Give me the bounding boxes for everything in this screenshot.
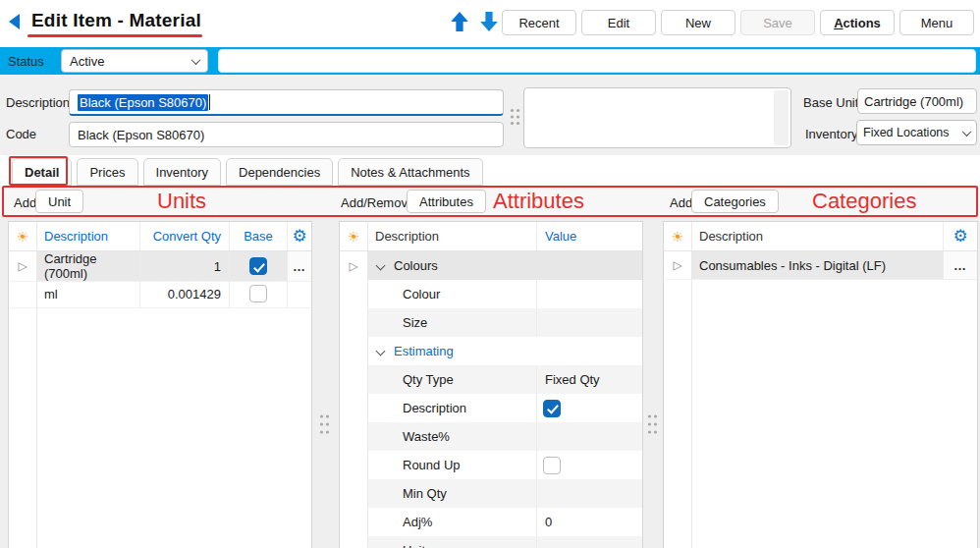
unit-convert-qty-cell: 0.001429 xyxy=(140,280,230,308)
unit-convert-qty-cell: 1 xyxy=(140,251,230,282)
tab-detail[interactable]: Detail xyxy=(12,158,72,186)
recent-button[interactable]: Recent xyxy=(502,10,576,35)
panel-drag-handle-icon[interactable] xyxy=(647,413,658,435)
edit-button[interactable]: Edit xyxy=(581,10,656,35)
add-categories-button[interactable]: Categories xyxy=(691,190,779,213)
status-bar: Status Active xyxy=(0,47,980,75)
edit-item-window: Edit Item - Material Recent Edit New Sav… xyxy=(0,0,980,548)
attribute-row[interactable]: Waste% xyxy=(340,422,642,451)
units-col-description[interactable]: Description xyxy=(36,222,140,250)
textarea-scrollbar[interactable] xyxy=(774,90,789,145)
inventory-label: Inventory xyxy=(805,127,857,141)
attribute-row[interactable]: Size xyxy=(340,308,642,337)
actions-rest: ctions xyxy=(844,16,881,30)
attribute-label: Description xyxy=(367,394,536,422)
sun-icon[interactable]: ☀ xyxy=(17,229,29,245)
attribute-label: Colour xyxy=(367,280,536,308)
group-label: Estimating xyxy=(394,344,454,358)
attribute-row[interactable]: Min Qty xyxy=(340,479,642,508)
attribute-value[interactable] xyxy=(536,479,642,508)
categories-col-description[interactable]: Description xyxy=(691,222,944,250)
back-icon[interactable] xyxy=(8,13,22,30)
attribute-group-row[interactable]: ▷ Colours xyxy=(340,251,642,280)
panel-drag-handle-icon[interactable] xyxy=(319,413,330,435)
annotation-categories-text: Categories xyxy=(812,189,916,214)
attributes-col-description[interactable]: Description xyxy=(367,222,536,250)
attribute-row[interactable]: Unit xyxy=(340,536,642,548)
base-unit-value: Cartridge (700ml) xyxy=(864,94,963,109)
attribute-row[interactable]: Qty Type Fixed Qty xyxy=(340,365,642,394)
units-col-convert-qty[interactable]: Convert Qty xyxy=(140,222,230,250)
chevron-down-icon[interactable] xyxy=(376,347,386,356)
table-row[interactable]: ml 0.001429 xyxy=(9,280,311,308)
row-actions-button[interactable]: … xyxy=(953,258,967,273)
add-remove-attributes-button[interactable]: Attributes xyxy=(407,190,486,213)
tab-dependencies[interactable]: Dependencies xyxy=(226,158,333,186)
attribute-label: Unit xyxy=(367,536,536,548)
chevron-down-icon[interactable] xyxy=(376,261,386,271)
add-category-label: Add xyxy=(670,195,692,210)
attribute-group-row[interactable]: Estimating xyxy=(340,337,642,365)
tab-notes-attachments[interactable]: Notes & Attachments xyxy=(338,158,482,186)
chevron-down-icon xyxy=(962,127,972,137)
actions-accel: A xyxy=(834,16,843,30)
status-select[interactable]: Active xyxy=(61,49,208,73)
categories-table-header: ☀ Description ⚙ xyxy=(664,222,977,251)
add-toolbar: Add Unit Units Add/Remove Attributes Att… xyxy=(0,186,980,217)
description-label: Description xyxy=(6,95,70,110)
attribute-value[interactable]: 0 xyxy=(536,508,642,536)
attribute-row[interactable]: Description xyxy=(340,394,642,422)
attribute-row[interactable]: Round Up xyxy=(340,451,642,479)
base-checkbox[interactable] xyxy=(249,285,267,302)
attributes-table: ☀ Description Value ▷ Colours Colour Siz… xyxy=(339,221,643,548)
attribute-value[interactable] xyxy=(536,308,642,337)
categories-table: ☀ Description ⚙ ▷ Consumables - Inks - D… xyxy=(663,221,978,548)
description-field[interactable]: Black (Epson S80670) xyxy=(69,89,504,116)
tab-inventory[interactable]: Inventory xyxy=(143,158,221,186)
code-label: Code xyxy=(6,127,36,141)
code-field[interactable]: Black (Epson S80670) xyxy=(69,122,504,147)
actions-button[interactable]: Actions xyxy=(820,10,895,35)
toolbar-buttons: Recent Edit New Save Actions Menu xyxy=(502,10,974,35)
description-selected-text: Black (Epson S80670) xyxy=(78,94,208,111)
units-col-base[interactable]: Base xyxy=(230,222,288,250)
new-button[interactable]: New xyxy=(661,10,735,35)
menu-button[interactable]: Menu xyxy=(899,10,974,35)
detail-panels: ☀ Description Convert Qty Base ⚙ ▷ Cartr… xyxy=(0,217,980,548)
annotation-title-underline xyxy=(27,34,202,37)
gear-icon[interactable]: ⚙ xyxy=(953,228,967,245)
row-actions-button[interactable]: … xyxy=(293,259,306,274)
attribute-value[interactable] xyxy=(536,280,642,308)
attribute-value[interactable] xyxy=(536,422,642,451)
chevron-down-icon xyxy=(191,55,201,65)
status-extra-input[interactable] xyxy=(218,49,976,73)
attribute-value[interactable]: Fixed Qty xyxy=(536,365,642,394)
attribute-row[interactable]: Colour xyxy=(340,280,642,308)
row-pointer-icon: ▷ xyxy=(18,259,27,273)
attribute-label: Waste% xyxy=(367,422,536,451)
attribute-value[interactable] xyxy=(536,536,642,548)
save-button[interactable]: Save xyxy=(740,10,815,35)
up-arrow-icon[interactable] xyxy=(450,11,469,32)
tab-prices[interactable]: Prices xyxy=(77,158,137,186)
table-row[interactable]: ▷ Consumables - Inks - Digital (LF) … xyxy=(664,251,977,280)
sun-icon[interactable]: ☀ xyxy=(672,229,684,245)
attribute-checkbox[interactable] xyxy=(543,457,561,474)
attribute-checkbox[interactable] xyxy=(543,400,561,417)
table-row[interactable]: ▷ Cartridge (700ml) 1 … xyxy=(9,251,311,280)
sun-icon[interactable]: ☀ xyxy=(348,229,360,245)
base-checkbox[interactable] xyxy=(249,257,267,275)
add-unit-button[interactable]: Unit xyxy=(35,190,83,213)
status-label: Status xyxy=(8,54,44,69)
base-unit-field[interactable]: Cartridge (700ml) xyxy=(857,88,977,114)
drag-handle-icon[interactable] xyxy=(510,108,520,126)
inventory-select[interactable]: Fixed Locations xyxy=(856,120,977,145)
attributes-col-value[interactable]: Value xyxy=(536,222,642,250)
item-form: Description Black (Epson S80670) Code Bl… xyxy=(0,75,980,155)
down-arrow-icon[interactable] xyxy=(479,11,499,32)
attribute-row[interactable]: Adj% 0 xyxy=(340,508,642,536)
gear-icon[interactable]: ⚙ xyxy=(292,228,306,245)
units-table-header: ☀ Description Convert Qty Base ⚙ xyxy=(9,222,311,251)
code-field-value: Black (Epson S80670) xyxy=(78,128,204,142)
notes-textarea[interactable] xyxy=(523,87,791,148)
